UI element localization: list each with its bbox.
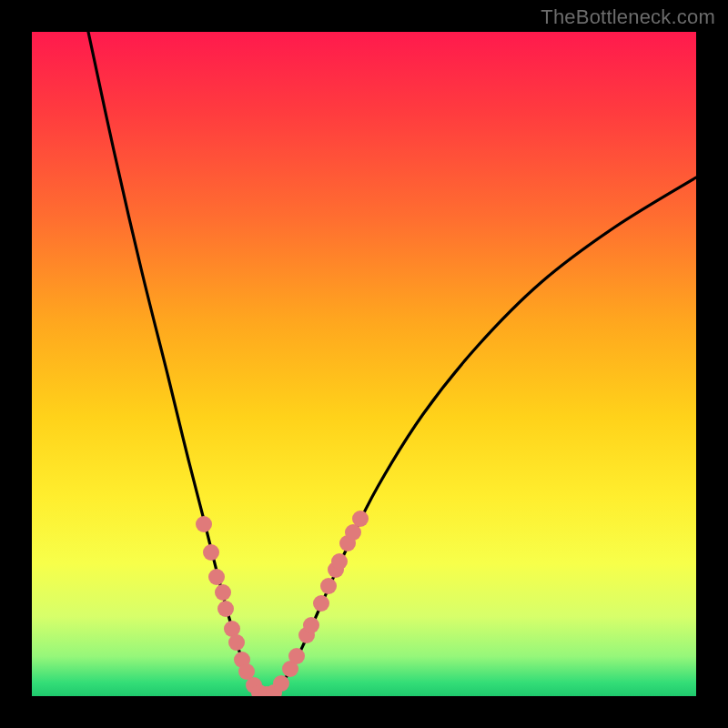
- data-dot: [203, 544, 219, 561]
- watermark-label: TheBottleneck.com: [541, 5, 715, 29]
- data-dot: [196, 516, 212, 532]
- data-dot: [217, 601, 234, 617]
- data-dot: [352, 511, 369, 527]
- data-dot: [215, 584, 231, 601]
- data-dot: [288, 648, 305, 664]
- curve-right: [267, 177, 696, 694]
- curve-svg: [32, 32, 696, 696]
- data-dot: [273, 675, 289, 692]
- plot-area: [32, 32, 696, 696]
- data-dot: [228, 634, 245, 651]
- scatter-dots: [196, 511, 369, 696]
- data-dot: [303, 617, 319, 633]
- data-dot: [331, 553, 348, 570]
- chart-frame: TheBottleneck.com: [0, 0, 728, 728]
- data-dot: [320, 578, 337, 594]
- data-dot: [208, 569, 225, 585]
- curve-left: [88, 32, 267, 694]
- data-dot: [313, 595, 329, 612]
